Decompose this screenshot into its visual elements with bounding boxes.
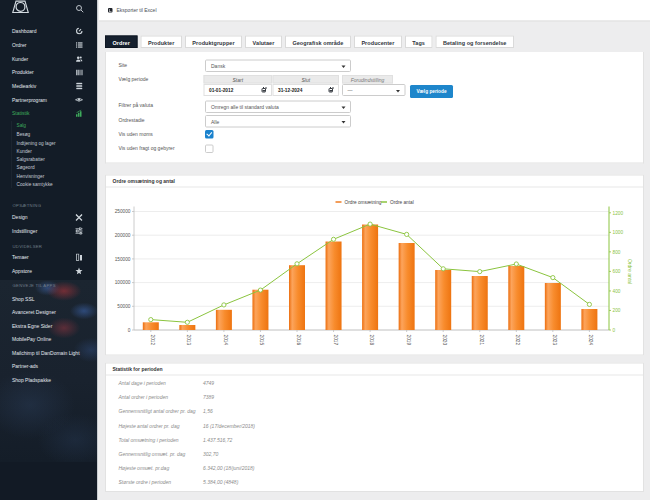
svg-text:2021: 2021 [479,335,484,346]
svg-text:600: 600 [613,269,621,274]
svg-text:2016: 2016 [296,335,301,346]
svg-text:800: 800 [613,250,621,255]
svg-text:Ordre omsætning: Ordre omsætning [345,200,382,205]
svg-text:250000: 250000 [115,209,131,214]
svg-text:2018: 2018 [369,335,374,346]
svg-text:2024: 2024 [588,335,593,346]
svg-text:1000: 1000 [613,230,624,235]
svg-text:2013: 2013 [186,335,191,346]
svg-text:200000: 200000 [115,233,131,238]
svg-text:2023: 2023 [552,335,557,346]
svg-text:2014: 2014 [223,335,228,346]
svg-text:2020: 2020 [442,335,447,346]
svg-text:100000: 100000 [115,280,131,285]
svg-text:0: 0 [613,328,616,333]
svg-text:50000: 50000 [117,304,131,309]
svg-text:200: 200 [613,308,621,313]
svg-text:Ordre antal: Ordre antal [627,259,633,284]
svg-text:400: 400 [613,289,621,294]
svg-text:Ordre antal: Ordre antal [390,200,414,205]
svg-text:0: 0 [128,328,131,333]
svg-text:2022: 2022 [515,335,520,346]
svg-text:150000: 150000 [115,257,131,262]
svg-text:2012: 2012 [150,335,155,346]
svg-text:2019: 2019 [406,335,411,346]
svg-text:2015: 2015 [259,335,264,346]
svg-text:2017: 2017 [333,335,338,346]
svg-text:1200: 1200 [613,211,624,216]
